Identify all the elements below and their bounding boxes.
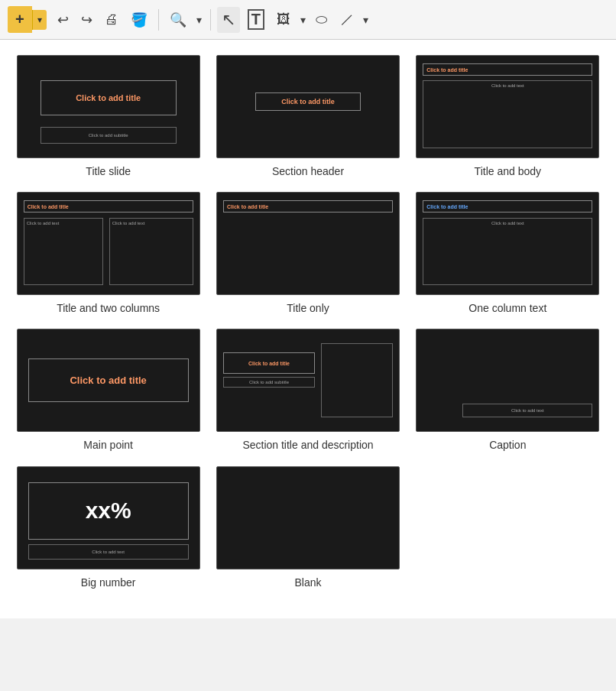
two-col-label: Title and two columns <box>57 301 160 315</box>
layout-one-col[interactable]: Click to add title Click to add text One… <box>412 192 604 315</box>
shape-button[interactable]: ⬭ <box>311 8 332 31</box>
title-only-title: Click to add title <box>223 200 393 212</box>
undo-icon: ↩ <box>57 11 69 28</box>
add-button[interactable]: + <box>8 6 32 33</box>
two-col-col1: Click to add text <box>24 218 103 285</box>
add-button-dropdown[interactable]: ▾ <box>32 10 47 30</box>
layout-main-point[interactable]: Click to add title Main point <box>12 329 204 452</box>
title-body-text: Click to add text <box>423 80 592 148</box>
title-body-title: Click to add title <box>423 63 592 76</box>
one-col-preview: Click to add title Click to add text <box>416 192 599 295</box>
caption-preview: Click to add text <box>416 329 599 432</box>
main-point-title: Click to add title <box>28 358 189 402</box>
paint-format-button[interactable]: 🪣 <box>126 8 152 31</box>
title-slide-label: Title slide <box>86 164 131 178</box>
image-icon: 🖼 <box>277 11 290 28</box>
shape-icon: ⬭ <box>316 11 327 28</box>
two-col-col2: Click to add text <box>109 218 193 285</box>
big-number-label: Big number <box>81 576 136 589</box>
zoom-button[interactable]: 🔍 <box>165 8 191 31</box>
main-point-preview: Click to add title <box>17 329 200 432</box>
big-number-preview: xx% Click to add text <box>17 466 200 569</box>
line-button[interactable]: — <box>335 8 358 31</box>
two-col-preview: Click to add title Click to add text Cli… <box>17 192 200 295</box>
title-slide-preview: Click to add title Click to add subtitle <box>17 55 200 158</box>
blank-preview <box>216 466 400 569</box>
line-icon: — <box>336 9 357 31</box>
title-slide-title: Click to add title <box>41 80 177 115</box>
cursor-button[interactable]: ↖ <box>217 7 240 33</box>
layout-two-columns[interactable]: Click to add title Click to add text Cli… <box>12 192 204 315</box>
zoom-dropdown[interactable]: ▾ <box>194 11 204 29</box>
section-title-preview: Click to add title Click to add subtitle <box>216 329 400 432</box>
one-col-label: One column text <box>468 301 546 315</box>
print-button[interactable]: 🖨 <box>100 8 123 31</box>
one-col-title: Click to add title <box>423 200 592 212</box>
layout-title-slide[interactable]: Click to add title Click to add subtitle… <box>12 55 204 178</box>
section-title-label: Section title and description <box>242 438 373 452</box>
two-col-title: Click to add title <box>24 200 193 212</box>
layout-blank[interactable]: Blank <box>212 466 404 589</box>
layout-section-title[interactable]: Click to add title Click to add subtitle… <box>212 329 404 452</box>
undo-button[interactable]: ↩ <box>53 8 73 31</box>
divider-2 <box>210 9 211 31</box>
line-dropdown[interactable]: ▾ <box>361 11 371 29</box>
layout-title-body[interactable]: Click to add title Click to add text Tit… <box>412 55 604 178</box>
title-body-label: Title and body <box>475 164 541 178</box>
layout-picker: Click to add title Click to add subtitle… <box>0 40 616 618</box>
toolbar: + ▾ ↩ ↪ 🖨 🪣 🔍 ▾ ↖ T 🖼 ▾ ⬭ — ▾ <box>0 0 616 40</box>
section-header-preview: Click to add title <box>216 55 400 158</box>
title-slide-subtitle: Click to add subtitle <box>41 127 177 144</box>
divider-1 <box>158 9 159 31</box>
blank-label: Blank <box>294 576 321 589</box>
add-button-group: + ▾ <box>8 6 47 33</box>
main-point-label: Main point <box>83 438 133 452</box>
zoom-icon: 🔍 <box>170 11 186 28</box>
layout-section-header[interactable]: Click to add title Section header <box>212 55 404 178</box>
section-header-label: Section header <box>272 164 344 178</box>
title-only-preview: Click to add title <box>216 192 400 295</box>
big-number-subtitle: Click to add text <box>28 544 189 560</box>
redo-button[interactable]: ↪ <box>76 8 97 31</box>
section-title-title: Click to add title <box>223 352 315 374</box>
one-col-text: Click to add text <box>423 218 592 285</box>
section-header-title: Click to add title <box>255 92 361 111</box>
caption-text: Click to add text <box>462 404 592 417</box>
image-dropdown[interactable]: ▾ <box>298 11 308 29</box>
text-icon: T <box>248 9 264 30</box>
title-only-label: Title only <box>287 301 329 315</box>
layout-title-only[interactable]: Click to add title Title only <box>212 192 404 315</box>
big-number-text: xx% <box>28 482 189 540</box>
layout-caption[interactable]: Click to add text Caption <box>412 329 604 452</box>
layouts-grid: Click to add title Click to add subtitle… <box>12 55 604 603</box>
caption-label: Caption <box>489 438 526 452</box>
section-title-subtitle: Click to add subtitle <box>223 377 315 388</box>
layout-big-number[interactable]: xx% Click to add text Big number <box>12 466 204 589</box>
image-button[interactable]: 🖼 <box>272 8 295 31</box>
cursor-icon: ↖ <box>222 10 235 30</box>
redo-icon: ↪ <box>81 11 92 28</box>
title-body-preview: Click to add title Click to add text <box>416 55 599 158</box>
section-title-right <box>321 343 393 417</box>
print-icon: 🖨 <box>105 11 118 28</box>
text-button[interactable]: T <box>243 6 269 33</box>
paint-icon: 🪣 <box>131 11 148 28</box>
